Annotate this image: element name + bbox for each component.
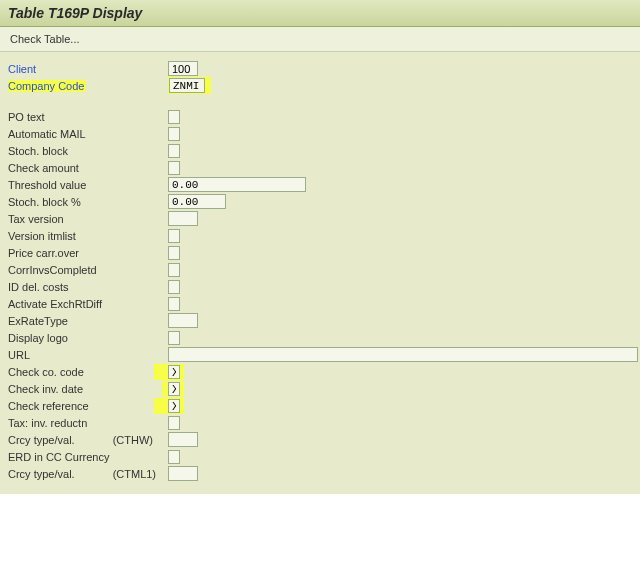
tax-inv-reductn-check[interactable] [168,416,180,430]
price-carr-over-label: Price carr.over [8,247,168,259]
id-del-costs-label: ID del. costs [8,281,168,293]
crcy-type1-label: Crcy type/val. (CTHW) [8,434,168,446]
threshold-input[interactable] [168,177,306,192]
content-area: Client Company Code PO text Automatic MA… [0,52,640,494]
exratetype-label: ExRateType [8,315,168,327]
po-text-label: PO text [8,111,168,123]
stoch-block-pct-input[interactable] [168,194,226,209]
window-titlebar: Table T169P Display [0,0,640,27]
crcy-type1-input[interactable] [168,432,198,447]
stoch-block-pct-label: Stoch. block % [8,196,168,208]
company-code-label[interactable]: Company Code [8,80,168,92]
display-logo-label: Display logo [8,332,168,344]
crcy-type2-input[interactable] [168,466,198,481]
automatic-mail-label: Automatic MAIL [8,128,168,140]
corrinvs-check[interactable] [168,263,180,277]
url-input[interactable] [168,347,638,362]
check-amount-check[interactable] [168,161,180,175]
version-itmlist-label: Version itmlist [8,230,168,242]
check-table-link[interactable]: Check Table... [10,33,80,45]
po-text-check[interactable] [168,110,180,124]
activate-exch-label: Activate ExchRtDiff [8,298,168,310]
crcy-type2-label: Crcy type/val. (CTML1) [8,468,168,480]
erd-cc-check[interactable] [168,450,180,464]
company-code-input[interactable] [169,78,205,93]
tax-version-input[interactable] [168,211,198,226]
check-inv-date-label: Check inv. date [8,383,168,395]
url-label: URL [8,349,168,361]
id-del-costs-check[interactable] [168,280,180,294]
tax-inv-reductn-label: Tax: inv. reductn [8,417,168,429]
check-reference-input[interactable] [168,399,180,413]
exratetype-input[interactable] [168,313,198,328]
version-itmlist-check[interactable] [168,229,180,243]
tax-version-label: Tax version [8,213,168,225]
corrinvs-label: CorrInvsCompletd [8,264,168,276]
check-co-code-input[interactable] [168,365,180,379]
client-input[interactable] [168,61,198,76]
check-amount-label: Check amount [8,162,168,174]
threshold-label: Threshold value [8,179,168,191]
erd-cc-label: ERD in CC Currency [8,451,168,463]
activate-exch-check[interactable] [168,297,180,311]
check-reference-label: Check reference [8,400,168,412]
automatic-mail-check[interactable] [168,127,180,141]
window-title: Table T169P Display [8,5,142,21]
check-inv-date-input[interactable] [168,382,180,396]
price-carr-over-check[interactable] [168,246,180,260]
display-logo-check[interactable] [168,331,180,345]
toolbar: Check Table... [0,27,640,52]
client-label[interactable]: Client [8,63,168,75]
check-co-code-label: Check co. code [8,366,168,378]
stoch-block-label: Stoch. block [8,145,168,157]
stoch-block-check[interactable] [168,144,180,158]
